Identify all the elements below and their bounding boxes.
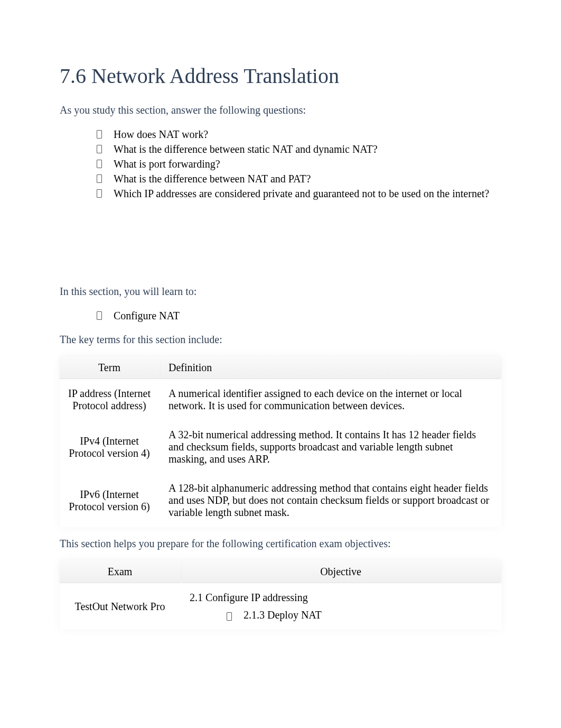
term-cell: IPv4 (Internet Protocol version 4) xyxy=(60,420,161,474)
table-row: IPv6 (Internet Protocol version 6) A 128… xyxy=(60,474,501,527)
exam-objectives-table: Exam Objective TestOut Network Pro 2.1 C… xyxy=(60,560,501,630)
objective-sublist: 2.1.3 Deploy NAT xyxy=(227,609,492,621)
objective-cell: 2.1 Configure IP addressing 2.1.3 Deploy… xyxy=(182,583,501,630)
table-header-definition: Definition xyxy=(161,356,501,379)
intro-paragraph-4: This section helps you prepare for the f… xyxy=(60,538,501,550)
intro-paragraph-2: In this section, you will learn to: xyxy=(60,285,501,298)
objective-heading: 2.1 Configure IP addressing xyxy=(190,592,492,604)
study-questions-list: How does NAT work? What is the differenc… xyxy=(97,127,501,201)
definition-cell: A 32-bit numerical addressing method. It… xyxy=(161,420,501,474)
list-item: What is the difference between NAT and P… xyxy=(97,171,501,186)
list-item: What is port forwarding? xyxy=(97,156,501,171)
table-row: IPv4 (Internet Protocol version 4) A 32-… xyxy=(60,420,501,474)
list-item: Which IP addresses are considered privat… xyxy=(97,186,501,201)
table-row: TestOut Network Pro 2.1 Configure IP add… xyxy=(60,583,501,630)
term-cell: IP address (Internet Protocol address) xyxy=(60,379,161,420)
page-title: 7.6 Network Address Translation xyxy=(60,63,501,88)
exam-cell: TestOut Network Pro xyxy=(60,583,182,630)
term-cell: IPv6 (Internet Protocol version 6) xyxy=(60,474,161,527)
list-item-text: What is port forwarding? xyxy=(114,158,220,170)
list-item-text: Which IP addresses are considered privat… xyxy=(114,188,489,199)
list-item-text: How does NAT work? xyxy=(114,128,208,140)
list-item-text: Configure NAT xyxy=(114,310,180,321)
table-header-exam: Exam xyxy=(60,560,182,583)
table-row: IP address (Internet Protocol address) A… xyxy=(60,379,501,420)
list-item: How does NAT work? xyxy=(97,127,501,142)
list-item-text: What is the difference between static NA… xyxy=(114,143,378,155)
learn-to-list: Configure NAT xyxy=(97,308,501,323)
list-item: 2.1.3 Deploy NAT xyxy=(227,609,492,621)
definition-cell: A numerical identifier assigned to each … xyxy=(161,379,501,420)
intro-paragraph-3: The key terms for this section include: xyxy=(60,334,501,346)
intro-paragraph-1: As you study this section, answer the fo… xyxy=(60,104,501,116)
table-header-term: Term xyxy=(60,356,161,379)
list-item-text: What is the difference between NAT and P… xyxy=(114,173,311,185)
list-item-text: 2.1.3 Deploy NAT xyxy=(244,609,322,621)
definition-cell: A 128-bit alphanumeric addressing method… xyxy=(161,474,501,527)
key-terms-table: Term Definition IP address (Internet Pro… xyxy=(60,356,501,527)
list-item: What is the difference between static NA… xyxy=(97,142,501,156)
table-header-objective: Objective xyxy=(182,560,501,583)
list-item: Configure NAT xyxy=(97,308,501,323)
